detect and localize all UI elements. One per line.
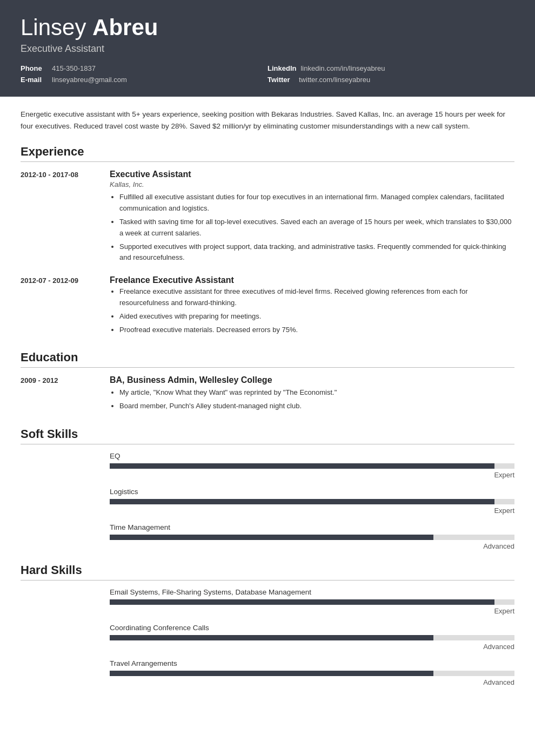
experience-section-title: Experience <box>21 145 514 162</box>
skill-bar-container <box>110 499 514 504</box>
hard-skills-section: Hard Skills Email Systems, File-Sharing … <box>21 563 514 686</box>
education-section: Education 2009 - 2012BA, Business Admin,… <box>21 350 514 414</box>
edu-content: BA, Business Admin, Wellesley CollegeMy … <box>110 375 514 414</box>
list-item: Tasked with saving time for all top-leve… <box>119 217 514 239</box>
entry-company: Kallas, Inc. <box>110 180 514 188</box>
twitter-row: Twitter twitter.com/linseyabreu <box>268 76 514 84</box>
last-name: Abreu <box>92 15 158 40</box>
skill-right: EQExpert <box>110 452 514 479</box>
skill-bar-track <box>110 599 514 605</box>
skill-level-label: Expert <box>110 607 514 615</box>
twitter-label: Twitter <box>268 76 295 84</box>
skill-level-label: Expert <box>110 507 514 515</box>
soft-skills-title: Soft Skills <box>21 427 514 444</box>
entry-dates: 2012-07 - 2012-09 <box>21 275 99 338</box>
experience-entries: 2012-10 - 2017-08Executive AssistantKall… <box>21 170 514 338</box>
linkedin-value: linkedin.com/in/linseyabreu <box>300 64 385 72</box>
skill-level-label: Advanced <box>110 643 514 651</box>
skill-entry: Coordinating Conference CallsAdvanced <box>21 624 514 651</box>
linkedin-row: LinkedIn linkedin.com/in/linseyabreu <box>268 64 514 72</box>
list-item: Supported executives with project suppor… <box>119 241 514 264</box>
skill-entry: LogisticsExpert <box>21 488 514 515</box>
email-label: E-mail <box>21 76 48 84</box>
edu-bullets-list: My article, "Know What they Want" was re… <box>110 387 514 412</box>
skill-left-spacer <box>21 588 99 615</box>
skill-name: Time Management <box>110 523 514 531</box>
entry-dates: 2012-10 - 2017-08 <box>21 170 99 266</box>
education-entries: 2009 - 2012BA, Business Admin, Wellesley… <box>21 375 514 414</box>
skill-bar-fill <box>110 599 494 605</box>
skill-right: Time ManagementAdvanced <box>110 523 514 550</box>
skill-name: EQ <box>110 452 514 460</box>
entry-content: Executive AssistantKallas, Inc.Fulfilled… <box>110 170 514 266</box>
skill-entry: EQExpert <box>21 452 514 479</box>
skill-bar-track <box>110 463 514 469</box>
list-item: Freelance executive assistant for three … <box>119 286 514 309</box>
skill-right: Travel ArrangementsAdvanced <box>110 659 514 686</box>
skill-bar-container <box>110 463 514 469</box>
email-row: E-mail linseyabreu@gmail.com <box>21 76 268 84</box>
phone-value: 415-350-1837 <box>52 64 96 72</box>
soft-skills-section: Soft Skills EQExpertLogisticsExpertTime … <box>21 427 514 550</box>
hard-skills-title: Hard Skills <box>21 563 514 580</box>
skill-bar-fill <box>110 635 433 640</box>
skill-bar-fill <box>110 499 494 504</box>
skill-bar-track <box>110 671 514 676</box>
experience-section: Experience 2012-10 - 2017-08Executive As… <box>21 145 514 338</box>
entry-bullets-list: Fulfilled all executive assistant duties… <box>110 192 514 264</box>
skill-entry: Travel ArrangementsAdvanced <box>21 659 514 686</box>
list-item: My article, "Know What they Want" was re… <box>119 387 514 399</box>
skill-level-label: Advanced <box>110 678 514 686</box>
resume-main: Energetic executive assistant with 5+ ye… <box>0 97 535 716</box>
email-value: linseyabreu@gmail.com <box>52 76 127 84</box>
skill-bar-container <box>110 535 514 540</box>
skill-name: Logistics <box>110 488 514 496</box>
skill-left-spacer <box>21 659 99 686</box>
list-item: Proofread executive materials. Decreased… <box>119 325 514 336</box>
candidate-name: Linsey Abreu <box>21 15 514 40</box>
phone-row: Phone 415-350-1837 <box>21 64 268 72</box>
experience-entry: 2012-07 - 2012-09Freelance Executive Ass… <box>21 275 514 338</box>
entry-content: Freelance Executive AssistantFreelance e… <box>110 275 514 338</box>
skill-bar-fill <box>110 463 494 469</box>
skill-right: Coordinating Conference CallsAdvanced <box>110 624 514 651</box>
skill-bar-track <box>110 535 514 540</box>
skill-name: Travel Arrangements <box>110 659 514 667</box>
first-name: Linsey <box>21 15 86 40</box>
skill-right: Email Systems, File-Sharing Systems, Dat… <box>110 588 514 615</box>
skill-bar-container <box>110 635 514 640</box>
entry-job-title: Freelance Executive Assistant <box>110 275 514 285</box>
edu-title: BA, Business Admin, Wellesley College <box>110 375 514 385</box>
contact-info: Phone 415-350-1837 LinkedIn linkedin.com… <box>21 64 514 84</box>
skill-bar-fill <box>110 671 433 676</box>
soft-skills-entries: EQExpertLogisticsExpertTime ManagementAd… <box>21 452 514 550</box>
skill-left-spacer <box>21 488 99 515</box>
skill-level-label: Expert <box>110 471 514 479</box>
skill-left-spacer <box>21 523 99 550</box>
hard-skills-entries: Email Systems, File-Sharing Systems, Dat… <box>21 588 514 686</box>
skill-left-spacer <box>21 452 99 479</box>
education-entry: 2009 - 2012BA, Business Admin, Wellesley… <box>21 375 514 414</box>
phone-label: Phone <box>21 64 48 72</box>
skill-bar-container <box>110 671 514 676</box>
skill-entry: Time ManagementAdvanced <box>21 523 514 550</box>
skill-bar-container <box>110 599 514 605</box>
linkedin-label: LinkedIn <box>268 64 296 72</box>
education-section-title: Education <box>21 350 514 368</box>
skill-bar-track <box>110 635 514 640</box>
list-item: Board member, Punch's Alley student-mana… <box>119 401 514 412</box>
skill-bar-track <box>110 499 514 504</box>
skill-name: Email Systems, File-Sharing Systems, Dat… <box>110 588 514 596</box>
entry-job-title: Executive Assistant <box>110 170 514 179</box>
experience-entry: 2012-10 - 2017-08Executive AssistantKall… <box>21 170 514 266</box>
list-item: Fulfilled all executive assistant duties… <box>119 192 514 214</box>
edu-dates: 2009 - 2012 <box>21 375 99 414</box>
list-item: Aided executives with preparing for meet… <box>119 311 514 322</box>
skill-bar-fill <box>110 535 433 540</box>
skill-right: LogisticsExpert <box>110 488 514 515</box>
candidate-title: Executive Assistant <box>21 43 514 55</box>
skill-entry: Email Systems, File-Sharing Systems, Dat… <box>21 588 514 615</box>
summary-text: Energetic executive assistant with 5+ ye… <box>21 109 514 132</box>
skill-left-spacer <box>21 624 99 651</box>
entry-bullets-list: Freelance executive assistant for three … <box>110 286 514 335</box>
